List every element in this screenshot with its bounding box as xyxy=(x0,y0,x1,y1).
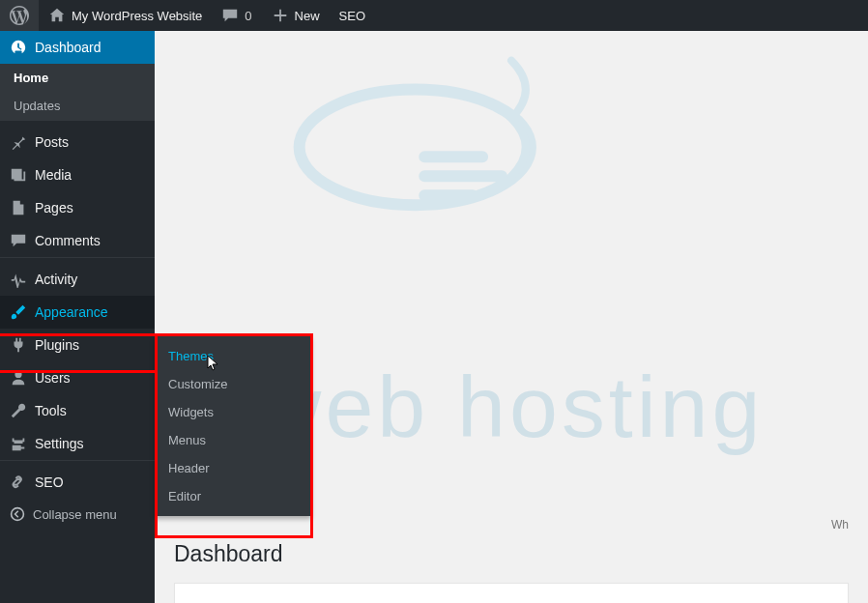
plus-icon xyxy=(272,7,289,24)
site-name[interactable]: My WordPress Website xyxy=(39,0,212,31)
flyout-themes[interactable]: Themes xyxy=(155,342,311,370)
pages-icon xyxy=(10,199,27,216)
menu-activity[interactable]: Activity xyxy=(0,263,155,296)
comment-icon xyxy=(10,232,27,249)
menu-comments[interactable]: Comments xyxy=(0,224,155,257)
menu-tools[interactable]: Tools xyxy=(0,394,155,427)
comments-count: 0 xyxy=(245,9,251,23)
menu-settings[interactable]: Settings xyxy=(0,427,155,460)
sliders-icon xyxy=(10,435,27,452)
menu-settings-label: Settings xyxy=(35,436,84,451)
collapse-label: Collapse menu xyxy=(33,507,117,522)
menu-pages-label: Pages xyxy=(35,200,73,215)
menu-seo-label: SEO xyxy=(35,474,64,490)
svg-text:web hosting: web hosting xyxy=(258,359,765,455)
comment-icon xyxy=(221,7,239,24)
menu-activity-label: Activity xyxy=(35,272,77,287)
menu-appearance-label: Appearance xyxy=(35,304,108,320)
menu-users-label: Users xyxy=(35,370,71,386)
brush-icon xyxy=(10,303,27,321)
adminbar-new[interactable]: New xyxy=(262,0,330,31)
admin-bar: My WordPress Website 0 New SEO xyxy=(0,0,868,31)
activity-icon xyxy=(10,271,27,288)
wp-logo[interactable] xyxy=(0,0,39,31)
menu-appearance[interactable]: Appearance xyxy=(0,296,155,329)
home-icon xyxy=(48,7,66,24)
menu-media[interactable]: Media xyxy=(0,158,155,191)
menu-plugins[interactable]: Plugins xyxy=(0,329,155,361)
seo-label: SEO xyxy=(339,9,365,23)
menu-users[interactable]: Users xyxy=(0,361,155,394)
admin-sidebar: Dashboard Home Updates Posts Media Pages… xyxy=(0,31,155,603)
media-icon xyxy=(10,166,27,184)
flyout-editor[interactable]: Editor xyxy=(155,482,311,510)
welcome-panel: Welcome to WordPress! We've assembled so… xyxy=(174,583,849,603)
menu-posts-label: Posts xyxy=(35,134,69,150)
menu-tools-label: Tools xyxy=(35,403,67,418)
menu-media-label: Media xyxy=(35,167,72,183)
link-icon xyxy=(10,474,27,491)
collapse-menu[interactable]: Collapse menu xyxy=(0,499,155,530)
flyout-customize[interactable]: Customize xyxy=(155,370,311,398)
page-title: Dashboard xyxy=(174,541,849,567)
wrench-icon xyxy=(10,402,27,419)
submenu-dashboard: Home Updates xyxy=(0,64,155,120)
wordpress-icon xyxy=(10,6,29,25)
menu-dashboard[interactable]: Dashboard xyxy=(0,31,155,64)
menu-posts[interactable]: Posts xyxy=(0,126,155,158)
new-label: New xyxy=(295,9,320,23)
screen-meta-truncated: Wh xyxy=(831,518,849,531)
adminbar-seo[interactable]: SEO xyxy=(330,0,375,31)
menu-seo[interactable]: SEO xyxy=(0,466,155,499)
flyout-widgets[interactable]: Widgets xyxy=(155,398,311,426)
flyout-header[interactable]: Header xyxy=(155,454,311,482)
menu-comments-label: Comments xyxy=(35,233,101,248)
content-area: web hosting Wh Dashboard Welcome to Word… xyxy=(155,31,868,603)
flyout-menus[interactable]: Menus xyxy=(155,426,311,454)
menu-dashboard-label: Dashboard xyxy=(35,40,101,55)
dashboard-icon xyxy=(10,39,27,56)
submenu-home[interactable]: Home xyxy=(0,64,155,92)
menu-plugins-label: Plugins xyxy=(35,337,79,353)
appearance-flyout: Themes Customize Widgets Menus Header Ed… xyxy=(155,336,311,516)
collapse-icon xyxy=(10,506,25,522)
plugin-icon xyxy=(10,336,27,354)
site-name-label: My WordPress Website xyxy=(72,9,202,23)
screen-meta: Wh xyxy=(174,514,849,531)
menu-pages[interactable]: Pages xyxy=(0,191,155,224)
submenu-updates[interactable]: Updates xyxy=(0,92,155,120)
adminbar-comments[interactable]: 0 xyxy=(212,0,261,31)
svg-point-0 xyxy=(12,508,24,521)
user-icon xyxy=(10,369,27,387)
pin-icon xyxy=(10,133,27,151)
